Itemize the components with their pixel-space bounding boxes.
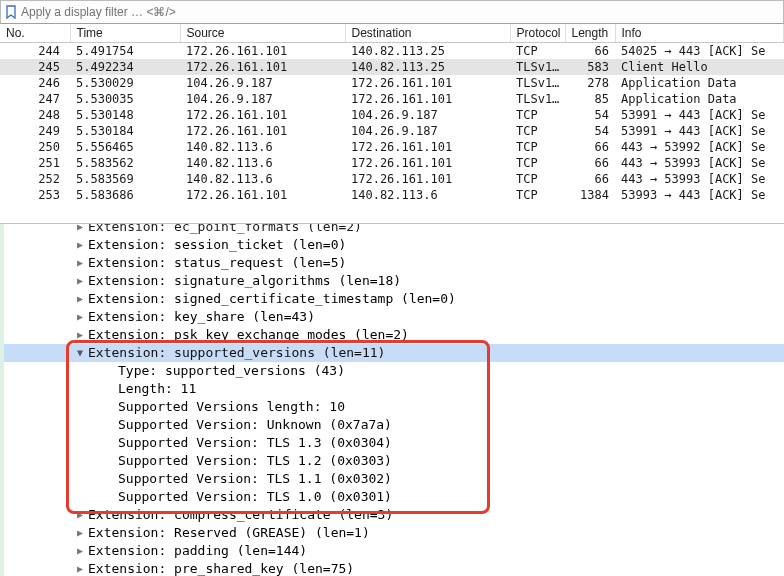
col-header-no[interactable]: No.	[0, 24, 70, 43]
packet-cell: TLSv1…	[510, 59, 565, 75]
col-header-protocol[interactable]: Protocol	[510, 24, 565, 43]
packet-cell: 249	[0, 123, 70, 139]
disclosure-triangle-icon: ▶	[74, 506, 86, 524]
packet-cell: 66	[565, 171, 615, 187]
tree-label: Supported Version: TLS 1.1 (0x0302)	[116, 470, 392, 488]
col-header-info[interactable]: Info	[615, 24, 784, 43]
packet-cell: Application Data	[615, 75, 784, 91]
packet-cell: 245	[0, 59, 70, 75]
packet-cell: 172.26.161.101	[180, 43, 345, 60]
tree-item[interactable]: ▶ Extension: ec_point_formats (len=2)	[4, 224, 784, 236]
packet-cell: 248	[0, 107, 70, 123]
tree-item[interactable]: ▶ Extension: session_ticket (len=0)	[4, 236, 784, 254]
tree-label: Extension: signature_algorithms (len=18)	[86, 272, 401, 290]
tree-label: Supported Version: TLS 1.3 (0x0304)	[116, 434, 392, 452]
packet-cell: 5.530148	[70, 107, 180, 123]
packet-cell: Application Data	[615, 91, 784, 107]
packet-cell: 53993 → 443 [ACK] Se	[615, 187, 784, 203]
packet-cell: 172.26.161.101	[180, 187, 345, 203]
tree-item[interactable]: Supported Version: Unknown (0x7a7a)	[4, 416, 784, 434]
packet-cell: 66	[565, 139, 615, 155]
packet-cell: 104.26.9.187	[180, 91, 345, 107]
col-header-time[interactable]: Time	[70, 24, 180, 43]
disclosure-triangle-icon: ▶	[74, 308, 86, 326]
packet-cell: 251	[0, 155, 70, 171]
tree-item[interactable]: ▶ Extension: padding (len=144)	[4, 542, 784, 560]
tree-label: Extension: compress_certificate (len=3)	[86, 506, 393, 524]
tree-item[interactable]: Supported Version: TLS 1.1 (0x0302)	[4, 470, 784, 488]
packet-row[interactable]: 2525.583569140.82.113.6172.26.161.101TCP…	[0, 171, 784, 187]
packet-cell: 246	[0, 75, 70, 91]
tree-item[interactable]: ▶ Extension: psk_key_exchange_modes (len…	[4, 326, 784, 344]
packet-row[interactable]: 2465.530029104.26.9.187172.26.161.101TLS…	[0, 75, 784, 91]
tree-item[interactable]: Length: 11	[4, 380, 784, 398]
packet-cell: 140.82.113.25	[345, 43, 510, 60]
packet-cell: 140.82.113.6	[180, 139, 345, 155]
tree-label: Length: 11	[116, 380, 196, 398]
packet-cell: 244	[0, 43, 70, 60]
packet-cell: 5.583569	[70, 171, 180, 187]
packet-list-pane[interactable]: No. Time Source Destination Protocol Len…	[0, 24, 784, 224]
packet-cell: 140.82.113.25	[345, 59, 510, 75]
tree-item[interactable]: ▶ Extension: signature_algorithms (len=1…	[4, 272, 784, 290]
packet-row[interactable]: 2495.530184172.26.161.101104.26.9.187TCP…	[0, 123, 784, 139]
col-header-length[interactable]: Length	[565, 24, 615, 43]
packet-cell: 104.26.9.187	[345, 123, 510, 139]
packet-cell: 172.26.161.101	[180, 107, 345, 123]
tree-item[interactable]: ▶ Extension: signed_certificate_timestam…	[4, 290, 784, 308]
tree-item[interactable]: ▶ Extension: status_request (len=5)	[4, 254, 784, 272]
packet-cell: 443 → 53993 [ACK] Se	[615, 171, 784, 187]
tree-label: Extension: pre_shared_key (len=75)	[86, 560, 354, 576]
col-header-destination[interactable]: Destination	[345, 24, 510, 43]
packet-row[interactable]: 2445.491754172.26.161.101140.82.113.25TC…	[0, 43, 784, 60]
packet-cell: 104.26.9.187	[345, 107, 510, 123]
tree-label: Type: supported_versions (43)	[116, 362, 345, 380]
disclosure-triangle-icon: ▶	[74, 254, 86, 272]
packet-cell: 5.492234	[70, 59, 180, 75]
display-filter-input[interactable]	[21, 5, 779, 19]
packet-list-header[interactable]: No. Time Source Destination Protocol Len…	[0, 24, 784, 43]
packet-cell: 140.82.113.6	[345, 187, 510, 203]
packet-row[interactable]: 2505.556465140.82.113.6172.26.161.101TCP…	[0, 139, 784, 155]
packet-cell: 5.530029	[70, 75, 180, 91]
packet-cell: 247	[0, 91, 70, 107]
tree-item[interactable]: Supported Version: TLS 1.2 (0x0303)	[4, 452, 784, 470]
packet-cell: 140.82.113.6	[180, 171, 345, 187]
packet-cell: 66	[565, 155, 615, 171]
disclosure-triangle-icon: ▶	[74, 224, 86, 236]
packet-cell: 54025 → 443 [ACK] Se	[615, 43, 784, 60]
packet-cell: 5.530035	[70, 91, 180, 107]
tree-label: Supported Version: TLS 1.2 (0x0303)	[116, 452, 392, 470]
packet-cell: 583	[565, 59, 615, 75]
tree-item[interactable]: ▶ Extension: pre_shared_key (len=75)	[4, 560, 784, 576]
packet-row[interactable]: 2485.530148172.26.161.101104.26.9.187TCP…	[0, 107, 784, 123]
packet-cell: 140.82.113.6	[180, 155, 345, 171]
packet-row[interactable]: 2535.583686172.26.161.101140.82.113.6TCP…	[0, 187, 784, 203]
packet-row[interactable]: 2455.492234172.26.161.101140.82.113.25TL…	[0, 59, 784, 75]
packet-cell: 250	[0, 139, 70, 155]
packet-cell: 172.26.161.101	[180, 59, 345, 75]
tree-label: Extension: Reserved (GREASE) (len=1)	[86, 524, 370, 542]
tree-item[interactable]: ▶ Extension: compress_certificate (len=3…	[4, 506, 784, 524]
tree-item-supported-versions[interactable]: ▼ Extension: supported_versions (len=11)	[4, 344, 784, 362]
packet-row[interactable]: 2515.583562140.82.113.6172.26.161.101TCP…	[0, 155, 784, 171]
packet-cell: TCP	[510, 43, 565, 60]
tree-label: Extension: key_share (len=43)	[86, 308, 315, 326]
tree-label: Supported Version: TLS 1.0 (0x0301)	[116, 488, 392, 506]
packet-cell: 172.26.161.101	[345, 139, 510, 155]
packet-cell: Client Hello	[615, 59, 784, 75]
tree-item[interactable]: ▶ Extension: key_share (len=43)	[4, 308, 784, 326]
tree-item[interactable]: ▶ Extension: Reserved (GREASE) (len=1)	[4, 524, 784, 542]
tree-item[interactable]: Type: supported_versions (43)	[4, 362, 784, 380]
col-header-source[interactable]: Source	[180, 24, 345, 43]
packet-cell: 53991 → 443 [ACK] Se	[615, 107, 784, 123]
tree-label: Extension: ec_point_formats (len=2)	[86, 224, 362, 236]
packet-row[interactable]: 2475.530035104.26.9.187172.26.161.101TLS…	[0, 91, 784, 107]
packet-details-pane[interactable]: ▶ Extension: ec_point_formats (len=2) ▶ …	[0, 224, 784, 576]
packet-cell: 172.26.161.101	[345, 171, 510, 187]
tree-item[interactable]: Supported Version: TLS 1.0 (0x0301)	[4, 488, 784, 506]
display-filter-bar[interactable]	[0, 0, 784, 24]
packet-cell: 172.26.161.101	[345, 75, 510, 91]
tree-item[interactable]: Supported Version: TLS 1.3 (0x0304)	[4, 434, 784, 452]
tree-item[interactable]: Supported Versions length: 10	[4, 398, 784, 416]
